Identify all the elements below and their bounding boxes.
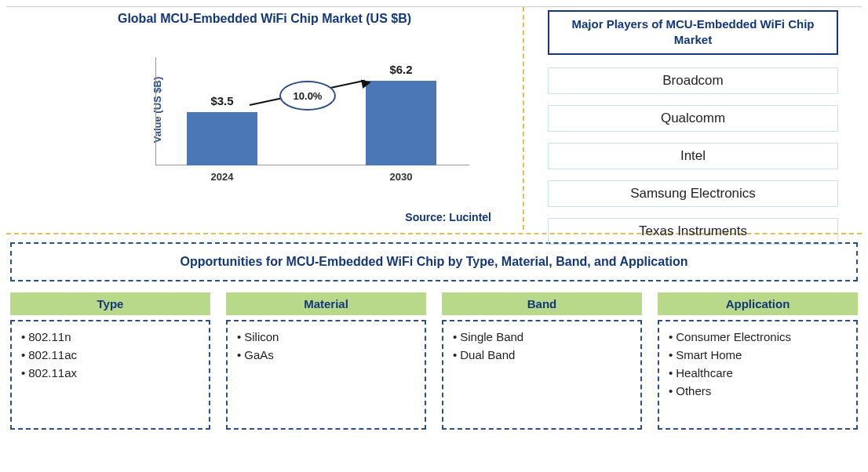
category-item: •802.11ac [21, 346, 199, 364]
category-item: •Healthcare [669, 364, 847, 382]
player-item: Texas Instruments [548, 218, 838, 245]
bar-2030 [366, 81, 436, 165]
item-text: Healthcare [676, 366, 733, 379]
item-text: GaAs [244, 348, 274, 361]
chart-title: Global MCU-Embedded WiFi Chip Market (US… [14, 12, 515, 26]
item-text: 802.11ax [28, 366, 77, 379]
player-item: Broadcom [548, 67, 838, 94]
category-application: Application •Consumer Electronics •Smart… [658, 292, 858, 430]
top-section: Global MCU-Embedded WiFi Chip Market (US… [6, 6, 862, 230]
item-text: Others [676, 384, 711, 398]
major-players-panel: Major Players of MCU-Embedded WiFi Chip … [524, 7, 862, 230]
bar-label-2030: $6.2 [366, 63, 436, 76]
category-header: Application [658, 292, 858, 315]
item-text: Dual Band [460, 348, 515, 361]
category-header: Type [10, 292, 210, 315]
category-list: •Consumer Electronics •Smart Home •Healt… [658, 320, 858, 430]
source-label: Source: Lucintel [405, 211, 491, 223]
item-text: Consumer Electronics [676, 330, 791, 343]
categories-row: Type •802.11n •802.11ac •802.11ax Materi… [6, 292, 862, 430]
item-text: Smart Home [676, 348, 742, 361]
player-item: Qualcomm [548, 105, 838, 132]
category-item: •Silicon [237, 328, 415, 346]
x-tick-2030: 2030 [366, 171, 436, 183]
growth-rate-badge: 10.0% [279, 81, 336, 111]
item-text: 802.11ac [28, 348, 77, 361]
category-item: •Single Band [453, 328, 631, 346]
category-item: •Smart Home [669, 346, 847, 364]
category-item: •802.11n [21, 328, 199, 346]
category-item: •802.11ax [21, 364, 199, 382]
y-axis-label: Value (US $B) [151, 76, 163, 143]
chart-area: Global MCU-Embedded WiFi Chip Market (US… [6, 7, 524, 230]
arrow-head-icon [361, 78, 372, 89]
category-list: •802.11n •802.11ac •802.11ax [10, 320, 210, 430]
player-item: Samsung Electronics [548, 180, 838, 207]
bar-2024 [187, 112, 257, 165]
bar-label-2024: $3.5 [187, 94, 257, 107]
category-type: Type •802.11n •802.11ac •802.11ax [10, 292, 210, 430]
category-material: Material •Silicon •GaAs [226, 292, 426, 430]
category-header: Band [442, 292, 642, 315]
category-list: •Single Band •Dual Band [442, 320, 642, 430]
y-axis-line [155, 57, 156, 165]
x-tick-2024: 2024 [187, 171, 257, 183]
bar-chart: Value (US $B) $3.5 2024 $6.2 2030 10.0% [155, 49, 493, 183]
item-text: Silicon [244, 330, 279, 343]
item-text: Single Band [460, 330, 523, 343]
category-list: •Silicon •GaAs [226, 320, 426, 430]
category-item: •Dual Band [453, 346, 631, 364]
major-players-title: Major Players of MCU-Embedded WiFi Chip … [548, 10, 838, 55]
item-text: 802.11n [28, 330, 71, 343]
growth-annotation: 10.0% [250, 79, 367, 118]
category-header: Material [226, 292, 426, 315]
category-item: •Consumer Electronics [669, 328, 847, 346]
category-item: •GaAs [237, 346, 415, 364]
player-item: Intel [548, 143, 838, 169]
category-item: •Others [669, 382, 847, 400]
opportunities-title: Opportunities for MCU-Embedded WiFi Chip… [10, 242, 858, 281]
category-band: Band •Single Band •Dual Band [442, 292, 642, 430]
